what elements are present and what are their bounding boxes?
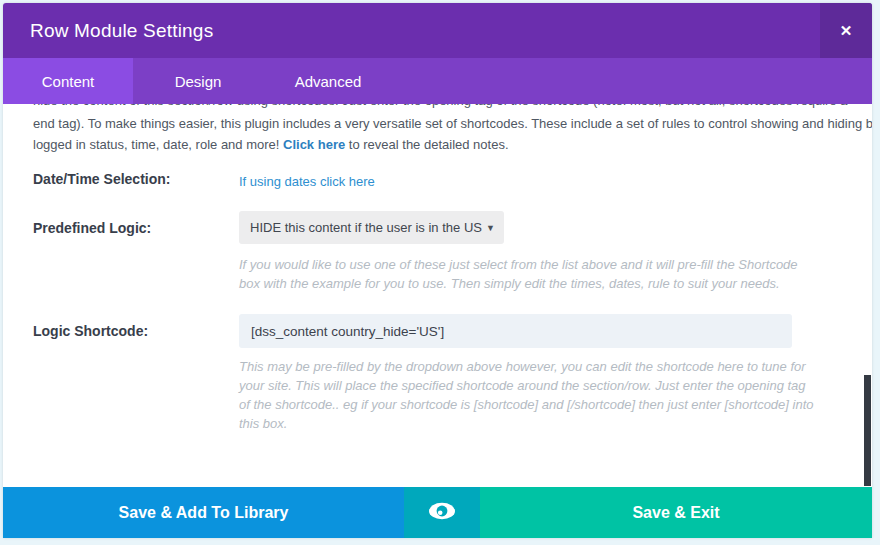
- tab-advanced[interactable]: Advanced: [263, 58, 393, 104]
- vertical-scrollbar-thumb[interactable]: [864, 375, 871, 486]
- close-icon: ✕: [840, 22, 853, 40]
- tab-bar: Content Design Advanced: [3, 58, 872, 104]
- logic-shortcode-help-text: This may be pre-filled by the dropdown a…: [239, 357, 814, 433]
- click-here-link[interactable]: Click here: [283, 137, 345, 152]
- using-dates-link[interactable]: If using dates click here: [239, 174, 375, 189]
- row-module-settings-modal: Row Module Settings ✕ Content Design Adv…: [3, 3, 872, 538]
- preview-button[interactable]: [404, 487, 480, 538]
- intro-line-2: logged in status, time, date, role and m…: [33, 134, 858, 155]
- intro-paragraph: end tag). To make things easier, this pl…: [33, 113, 858, 155]
- tab-design[interactable]: Design: [133, 58, 263, 104]
- clipped-text-line: hide the content of this section/row usi…: [33, 104, 848, 109]
- tab-content[interactable]: Content: [3, 58, 133, 104]
- close-button[interactable]: ✕: [820, 3, 872, 58]
- predefined-logic-select[interactable]: HIDE this content if the user is in the …: [239, 211, 504, 244]
- eye-icon: [427, 500, 457, 526]
- modal-footer: Save & Add To Library Save & Exit: [3, 487, 872, 538]
- modal-title: Row Module Settings: [3, 20, 213, 42]
- save-add-to-library-button[interactable]: Save & Add To Library: [3, 487, 404, 538]
- modal-header: Row Module Settings ✕: [3, 3, 872, 58]
- logic-shortcode-label: Logic Shortcode:: [33, 323, 148, 339]
- logic-shortcode-input[interactable]: [239, 314, 792, 348]
- save-exit-button[interactable]: Save & Exit: [480, 487, 872, 538]
- predefined-logic-label: Predefined Logic:: [33, 220, 151, 236]
- intro-line-1: end tag). To make things easier, this pl…: [33, 113, 858, 134]
- datetime-selection-label: Date/Time Selection:: [33, 171, 170, 187]
- settings-scroll-area: hide the content of this section/row usi…: [3, 104, 872, 487]
- chevron-down-icon: ▼: [484, 223, 504, 233]
- predefined-logic-help-text: If you would like to use one of these ju…: [239, 255, 798, 293]
- predefined-logic-selected-value: HIDE this content if the user is in the …: [239, 220, 484, 235]
